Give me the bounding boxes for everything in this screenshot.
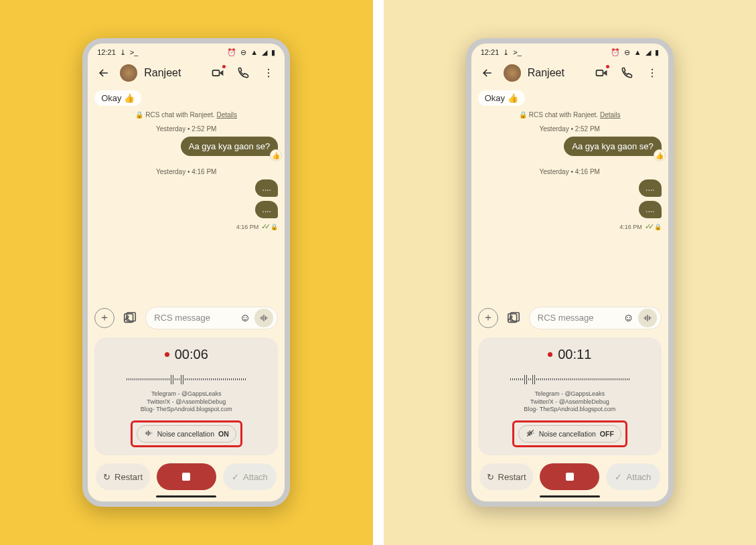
more-button[interactable] [259,64,278,82]
restart-button[interactable]: ↻ Restart [96,463,150,490]
read-receipt-icon: ✓✓ [261,222,268,231]
attach-button[interactable]: ✓ Attach [223,463,277,490]
check-icon: ✓ [615,472,622,482]
svg-point-1 [268,69,269,70]
recording-timer: 00:06 [165,347,208,362]
message-status: 4:16 PM ✓✓ 🔒 [478,222,662,231]
waveform [101,373,271,386]
app-header: Ranjeet [88,58,285,88]
stop-button[interactable] [540,463,599,490]
waveform [485,373,655,386]
panel-left: 12:21 ⤓ >_ ⏰ ⊖ ▲ ◢ ▮ Ranjeet [0,0,373,545]
voice-message-button[interactable] [638,309,657,327]
svg-point-2 [268,72,269,74]
voice-call-button[interactable] [234,64,252,82]
signal-icon: ◢ [646,48,651,57]
avatar[interactable] [504,64,521,82]
reaction-badge[interactable]: 👍 [654,149,666,161]
wifi-icon: ▲ [250,48,258,56]
contact-name[interactable]: Ranjeet [144,67,202,79]
rcs-details-link[interactable]: Details [600,111,621,119]
reaction-badge[interactable]: 👍 [270,149,282,161]
message-bubble[interactable]: .... [639,201,662,218]
chat-area[interactable]: Okay 👍 🔒 RCS chat with Ranjeet. Details … [471,88,668,303]
message-bubble[interactable]: .... [255,201,278,218]
stop-button[interactable] [157,463,216,490]
gallery-button[interactable] [120,308,140,328]
emoji-button[interactable]: ☺ [240,312,250,324]
gallery-button[interactable] [504,308,524,328]
timestamp: Yesterday • 2:52 PM [478,125,662,133]
wifi-icon: ▲ [634,48,641,56]
attach-button[interactable]: ✓ Attach [606,463,660,490]
stop-icon [566,473,574,481]
lock-icon: 🔒 [271,224,278,230]
download-icon: ⤓ [120,48,126,57]
svg-point-8 [652,69,653,70]
battery-icon: ▮ [655,48,659,57]
app-header: Ranjeet [471,58,668,88]
svg-point-3 [268,76,269,77]
restart-icon: ↻ [487,472,494,482]
chat-area[interactable]: Okay 👍 🔒 RCS chat with Ranjeet. Details … [88,88,285,303]
back-button[interactable] [94,64,113,82]
highlight-box: Noise cancellation ON [131,420,242,447]
recording-dot-icon [548,352,552,357]
message-bubble[interactable]: .... [255,179,278,197]
home-indicator[interactable] [540,495,600,497]
noise-cancellation-toggle[interactable]: Noise cancellation ON [137,425,236,443]
notification-dot-icon [222,65,226,68]
message-input[interactable]: RCS message ☺ [529,307,662,329]
alarm-icon: ⏰ [611,48,620,57]
noise-cancellation-toggle[interactable]: Noise cancellation OFF [518,425,621,443]
message-status: 4:16 PM ✓✓ 🔒 [94,222,278,231]
restart-button[interactable]: ↻ Restart [479,463,534,490]
avatar[interactable] [120,64,137,82]
voice-message-button[interactable] [254,309,273,327]
input-placeholder: RCS message [538,313,619,323]
signal-icon: ◢ [262,48,267,57]
compose-row: ＋ RCS message ☺ [88,303,285,333]
emoji-button[interactable]: ☺ [623,312,633,324]
stop-icon [182,473,190,481]
status-time: 12:21 [97,48,116,56]
more-button[interactable] [643,64,662,82]
status-time: 12:21 [481,48,500,56]
input-placeholder: RCS message [154,313,236,323]
timestamp: Yesterday • 2:52 PM [94,125,278,133]
rcs-info: 🔒 RCS chat with Ranjeet. Details [94,111,278,119]
voice-call-button[interactable] [617,64,636,82]
message-bubble[interactable]: Aa gya kya gaon se? 👍 [564,137,661,156]
download-icon: ⤓ [503,48,509,57]
rcs-info: 🔒 RCS chat with Ranjeet. Details [478,111,662,119]
restart-icon: ↻ [103,472,110,482]
add-button[interactable]: ＋ [94,308,115,328]
lock-icon: 🔒 [654,224,662,230]
noise-cancel-icon [144,429,153,439]
back-button[interactable] [478,64,497,82]
message-bubble[interactable]: .... [639,179,662,197]
contact-name[interactable]: Ranjeet [528,67,585,79]
terminal-icon: >_ [513,48,522,56]
recording-timer: 00:11 [548,347,591,362]
rcs-details-link[interactable]: Details [216,111,237,119]
okay-pill: Okay 👍 [94,90,141,106]
okay-pill: Okay 👍 [478,90,525,106]
compose-row: ＋ RCS message ☺ [471,303,668,333]
add-button[interactable]: ＋ [478,308,498,328]
battery-icon: ▮ [271,48,275,57]
message-input[interactable]: RCS message ☺ [145,307,278,329]
message-bubble[interactable]: Aa gya kya gaon se? 👍 [181,137,278,156]
alarm-icon: ⏰ [227,48,236,57]
phone-mockup: 12:21 ⤓ >_ ⏰ ⊖ ▲ ◢ ▮ Ranjeet [82,38,290,507]
video-call-button[interactable] [592,64,611,82]
home-indicator[interactable] [156,495,216,497]
timestamp: Yesterday • 4:16 PM [94,168,278,175]
dnd-icon: ⊖ [240,48,246,57]
check-icon: ✓ [232,472,239,482]
video-call-button[interactable] [208,64,227,82]
panel-right: 12:21 ⤓ >_ ⏰ ⊖ ▲ ◢ ▮ Ranjeet [384,0,757,545]
timestamp: Yesterday • 4:16 PM [478,168,662,175]
lock-icon: 🔒 [135,111,143,119]
svg-point-10 [652,76,653,77]
